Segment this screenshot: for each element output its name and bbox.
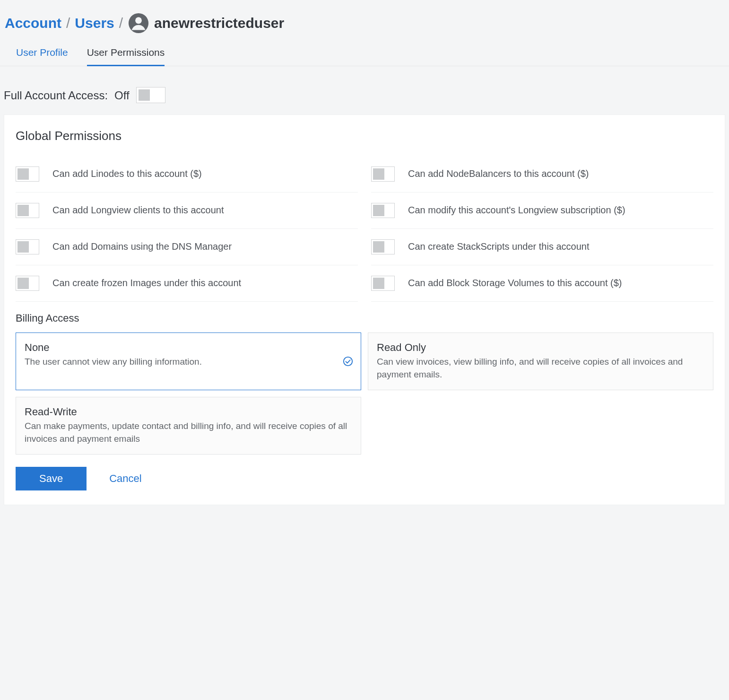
breadcrumb: Account / Users / anewrestricteduser (0, 0, 729, 42)
breadcrumb-separator: / (66, 13, 70, 33)
permission-checkbox[interactable] (371, 203, 395, 218)
billing-option-read-write[interactable]: Read-Write Can make payments, update con… (16, 397, 361, 455)
permission-label: Can add NodeBalancers to this account ($… (408, 167, 589, 180)
action-row: Save Cancel (16, 467, 713, 490)
save-button[interactable]: Save (16, 467, 87, 490)
permission-checkbox[interactable] (16, 276, 39, 291)
full-account-access-row: Full Account Access: Off (0, 66, 729, 114)
check-circle-icon (343, 356, 353, 367)
billing-option-title: None (25, 341, 303, 355)
global-permissions-heading: Global Permissions (16, 127, 713, 144)
tab-user-profile[interactable]: User Profile (16, 42, 68, 66)
billing-option-title: Read Only (377, 341, 704, 355)
billing-option-desc: Can view invoices, view billing info, an… (377, 356, 704, 381)
permission-label: Can modify this account's Longview subsc… (408, 204, 625, 217)
permission-checkbox[interactable] (16, 166, 39, 182)
permission-label: Can add Block Storage Volumes to this ac… (408, 277, 622, 289)
billing-option-none[interactable]: None The user cannot view any billing in… (16, 332, 361, 390)
permission-label: Can add Linodes to this account ($) (52, 167, 202, 180)
permission-item: Can add Linodes to this account ($) (16, 156, 358, 192)
breadcrumb-separator: / (119, 13, 123, 33)
billing-option-desc: The user cannot view any billing informa… (25, 356, 303, 368)
permission-item: Can add Longview clients to this account (16, 192, 358, 229)
permissions-grid: Can add Linodes to this account ($) Can … (16, 156, 713, 302)
billing-option-read-only[interactable]: Read Only Can view invoices, view billin… (368, 332, 713, 390)
permission-label: Can create StackScripts under this accou… (408, 240, 590, 253)
full-account-access-label: Full Account Access: (4, 88, 108, 104)
user-avatar-icon (128, 12, 149, 34)
permission-checkbox[interactable] (16, 239, 39, 254)
permission-item: Can add Domains using the DNS Manager (16, 229, 358, 265)
permission-label: Can add Longview clients to this account (52, 204, 224, 217)
permission-label: Can add Domains using the DNS Manager (52, 240, 232, 253)
permission-item: Can create frozen Images under this acco… (16, 265, 358, 302)
tab-user-permissions[interactable]: User Permissions (87, 42, 165, 66)
svg-point-1 (135, 17, 142, 24)
global-permissions-panel: Global Permissions Can add Linodes to th… (4, 114, 725, 505)
permission-item: Can add NodeBalancers to this account ($… (371, 156, 713, 192)
billing-option-title: Read-Write (25, 405, 352, 420)
billing-option-desc: Can make payments, update contact and bi… (25, 420, 352, 445)
permission-checkbox[interactable] (371, 239, 395, 254)
tabs: User Profile User Permissions (0, 42, 729, 66)
permission-item: Can create StackScripts under this accou… (371, 229, 713, 265)
full-account-access-toggle[interactable] (136, 87, 165, 103)
permission-item: Can add Block Storage Volumes to this ac… (371, 265, 713, 302)
permission-item: Can modify this account's Longview subsc… (371, 192, 713, 229)
breadcrumb-account-link[interactable]: Account (5, 13, 61, 33)
toggle-knob (139, 89, 150, 101)
full-account-access-value: Off (114, 88, 130, 104)
svg-point-2 (344, 357, 352, 365)
permission-checkbox[interactable] (371, 276, 395, 291)
permission-checkbox[interactable] (371, 166, 395, 182)
billing-access-heading: Billing Access (16, 311, 713, 326)
permission-checkbox[interactable] (16, 203, 39, 218)
breadcrumb-current-user: anewrestricteduser (154, 13, 284, 33)
permission-label: Can create frozen Images under this acco… (52, 277, 241, 289)
cancel-button[interactable]: Cancel (109, 472, 141, 485)
breadcrumb-users-link[interactable]: Users (75, 13, 114, 33)
billing-options-grid: None The user cannot view any billing in… (16, 332, 713, 455)
